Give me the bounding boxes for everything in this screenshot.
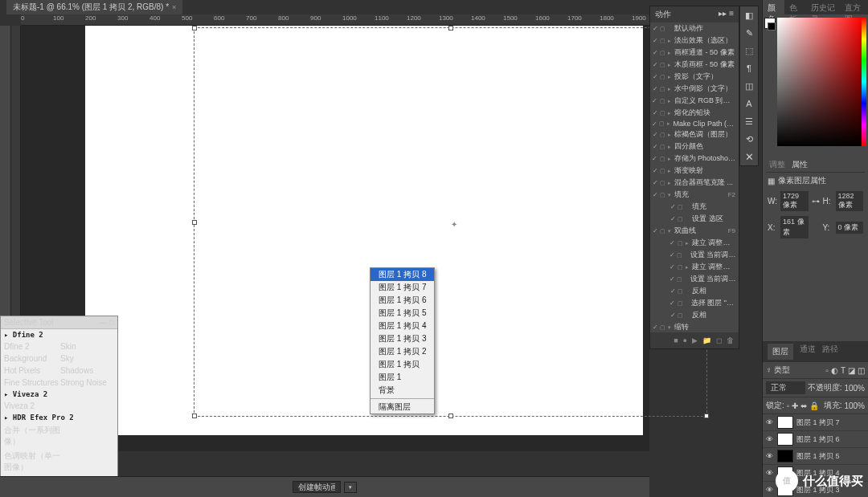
context-menu-item[interactable]: 图层 1 拷贝 2 bbox=[371, 345, 434, 358]
paragraph-icon[interactable]: ¶ bbox=[740, 59, 758, 77]
transform-handle-tm[interactable] bbox=[448, 26, 453, 31]
action-item[interactable]: ✓▢▸自定义 RGB 到灰度 bbox=[650, 95, 739, 107]
action-item[interactable]: ✓▢填充 bbox=[650, 201, 739, 213]
action-item[interactable]: ✓▢▸投影（文字） bbox=[650, 71, 739, 83]
tab-properties[interactable]: 属性 bbox=[792, 159, 808, 170]
context-menu-item[interactable]: 图层 1 拷贝 4 bbox=[371, 320, 434, 332]
ruler-icon[interactable]: ◫ bbox=[740, 77, 758, 95]
tab-paths[interactable]: 路径 bbox=[822, 344, 838, 360]
transform-handle-bl[interactable] bbox=[192, 413, 197, 418]
filter-icon[interactable]: T bbox=[841, 366, 845, 375]
lock-icon[interactable]: ▫ ✚ ⬌ 🔒 bbox=[787, 401, 819, 410]
selective-item[interactable]: BackgroundSky bbox=[1, 352, 117, 365]
hue-slider[interactable] bbox=[862, 18, 866, 146]
context-menu-item[interactable]: 图层 1 拷贝 6 bbox=[371, 294, 434, 307]
selective-section-head[interactable]: ▸ HDR Efex Pro 2 bbox=[1, 412, 117, 423]
selective-item[interactable]: Fine StructuresStrong Noise bbox=[1, 377, 117, 389]
action-item[interactable]: ✓▢▸建立 调整图层 bbox=[650, 237, 739, 249]
document-tab[interactable]: 未标题-1 @ 66.1% (图层 1 拷贝 2, RGB/8) * × bbox=[6, 0, 182, 14]
canvas[interactable]: ✦ bbox=[85, 26, 643, 435]
context-menu-item[interactable]: 图层 1 拷贝 5 bbox=[371, 307, 434, 320]
layer-thumbnail[interactable] bbox=[777, 433, 793, 446]
action-item[interactable]: ✓▢▸存储为 Photoshop... bbox=[650, 153, 739, 165]
selective-item[interactable]: 色调映射（单一图像） bbox=[1, 449, 117, 475]
visibility-icon[interactable]: 👁 bbox=[766, 469, 774, 477]
selective-item[interactable]: Viveza 2 bbox=[1, 400, 117, 412]
context-menu-item[interactable]: 图层 1 拷贝 3 bbox=[371, 332, 434, 345]
context-menu-item[interactable]: 图层 1 bbox=[371, 371, 434, 384]
vertical-tool-strip[interactable]: ◧ ✎ ⬚ ¶ ◫ A ☰ ⟲ ✕ bbox=[739, 6, 759, 166]
stop-icon[interactable]: ■ bbox=[674, 336, 678, 344]
selective-tool-panel[interactable]: Selective Tool — □ ▸ Dfine 2Dfine 2SkinB… bbox=[0, 316, 118, 497]
action-item[interactable]: ✓▢▸棕褐色调（图层） bbox=[650, 128, 739, 141]
filter-icon[interactable]: ▫ bbox=[825, 366, 829, 375]
brush-icon[interactable]: ✎ bbox=[740, 24, 758, 42]
adjust-icon[interactable]: ⟲ bbox=[740, 130, 758, 148]
tab-histogram[interactable]: 直方图 bbox=[840, 0, 868, 14]
selective-tool-header[interactable]: Selective Tool — □ bbox=[1, 316, 117, 329]
selective-item[interactable]: Dfine 2Skin bbox=[1, 340, 117, 352]
layer-filter-label[interactable]: ♀ 类型 bbox=[766, 365, 790, 376]
action-item[interactable]: ✓▢▸画框通道 - 50 像素 bbox=[650, 47, 739, 59]
layer-name[interactable]: 图层 1 拷贝 5 bbox=[796, 451, 840, 462]
action-item[interactable]: ✓▢▸熔化的铅块 bbox=[650, 107, 739, 119]
tab-color[interactable]: 颜色 bbox=[763, 0, 784, 14]
selective-section-head[interactable]: ▸ Viveza 2 bbox=[1, 389, 117, 400]
actions-panel[interactable]: 动作 ▸▸ ≡ ✓▢默认动作✓▢▸淡出效果（选区）✓▢▸画框通道 - 50 像素… bbox=[649, 6, 739, 349]
link-icon[interactable]: ⊶ bbox=[812, 197, 820, 206]
layer-thumbnail[interactable] bbox=[777, 450, 793, 462]
layer-row[interactable]: 👁图层 1 拷贝 7 bbox=[763, 414, 868, 431]
action-item[interactable]: ✓▢设置 当前调整... bbox=[650, 273, 739, 285]
actions-panel-header[interactable]: 动作 ▸▸ ≡ bbox=[650, 6, 739, 22]
action-item[interactable]: ✓▢反相 bbox=[650, 285, 739, 297]
action-item[interactable]: ✓▢设置 当前调整... bbox=[650, 249, 739, 261]
context-menu-item[interactable]: 图层 1 拷贝 8 bbox=[371, 268, 434, 281]
transform-handle-tl[interactable] bbox=[192, 26, 197, 31]
trash-icon[interactable]: 🗑 bbox=[727, 336, 734, 344]
selective-section-head[interactable]: ▸ Dfine 2 bbox=[1, 329, 117, 340]
timeline-mode-input[interactable] bbox=[293, 481, 341, 493]
context-menu-item[interactable]: 隔离图层 bbox=[371, 401, 434, 413]
action-item[interactable]: ✓▢选择 图层 "曲... bbox=[650, 297, 739, 309]
action-item[interactable]: ✓▢▸四分颜色 bbox=[650, 141, 739, 153]
action-item[interactable]: ✓▢▸渐变映射 bbox=[650, 165, 739, 177]
context-menu-item[interactable]: 图层 1 拷贝 bbox=[371, 358, 434, 371]
width-value[interactable]: 1729 像素 bbox=[780, 191, 809, 211]
color-picker[interactable] bbox=[763, 14, 868, 154]
tab-adjustments[interactable]: 调整 bbox=[769, 159, 785, 170]
close-icon[interactable]: ✕ bbox=[740, 148, 758, 165]
selective-item[interactable]: 合并（一系列图像） bbox=[1, 423, 117, 449]
opacity-value[interactable]: 100% bbox=[844, 384, 865, 393]
action-item[interactable]: ✓▢▸淡出效果（选区） bbox=[650, 35, 739, 47]
transform-handle-bm[interactable] bbox=[448, 413, 453, 418]
color-field[interactable] bbox=[777, 18, 862, 146]
close-icon[interactable]: × bbox=[172, 3, 176, 11]
blend-mode[interactable]: 正常 bbox=[766, 381, 805, 394]
panel-menu-icon[interactable]: ▸▸ ≡ bbox=[719, 9, 734, 20]
tab-layers[interactable]: 图层 bbox=[768, 344, 793, 360]
action-item[interactable]: ✓▢▸建立 调整图层 bbox=[650, 261, 739, 273]
record-icon[interactable]: ● bbox=[683, 336, 687, 344]
tab-history[interactable]: 历史记录 bbox=[806, 0, 840, 14]
context-menu-item[interactable]: 背景 bbox=[371, 384, 434, 397]
visibility-icon[interactable]: 👁 bbox=[766, 435, 774, 443]
action-item[interactable]: ✓▢设置 选区 bbox=[650, 213, 739, 225]
visibility-icon[interactable]: 👁 bbox=[766, 452, 774, 460]
selective-item[interactable]: Hot PixelsShadows bbox=[1, 365, 117, 377]
action-item[interactable]: ✓▢▸木质画框 - 50 像素 bbox=[650, 59, 739, 71]
transform-handle-br[interactable] bbox=[704, 413, 709, 418]
context-menu-item[interactable]: 图层 1 拷贝 7 bbox=[371, 281, 434, 294]
filter-icon[interactable]: ◪ bbox=[848, 366, 855, 375]
action-item[interactable]: ✓▢▾缩转 bbox=[650, 321, 739, 333]
background-swatch[interactable] bbox=[768, 22, 776, 31]
panel-buttons[interactable]: — □ bbox=[99, 318, 114, 327]
layer-row[interactable]: 👁图层 1 拷贝 6 bbox=[763, 431, 868, 448]
tool-icon[interactable]: ◧ bbox=[740, 6, 758, 24]
action-item[interactable]: ✓▢▾双曲线F9 bbox=[650, 225, 739, 237]
visibility-icon[interactable]: 👁 bbox=[766, 486, 774, 494]
new-icon[interactable]: ◻ bbox=[716, 336, 722, 344]
filter-icon[interactable]: ◐ bbox=[831, 366, 838, 375]
tool-icon[interactable]: ☰ bbox=[740, 112, 758, 130]
height-value[interactable]: 1282 像素 bbox=[836, 191, 864, 211]
visibility-icon[interactable]: 👁 bbox=[766, 418, 774, 426]
